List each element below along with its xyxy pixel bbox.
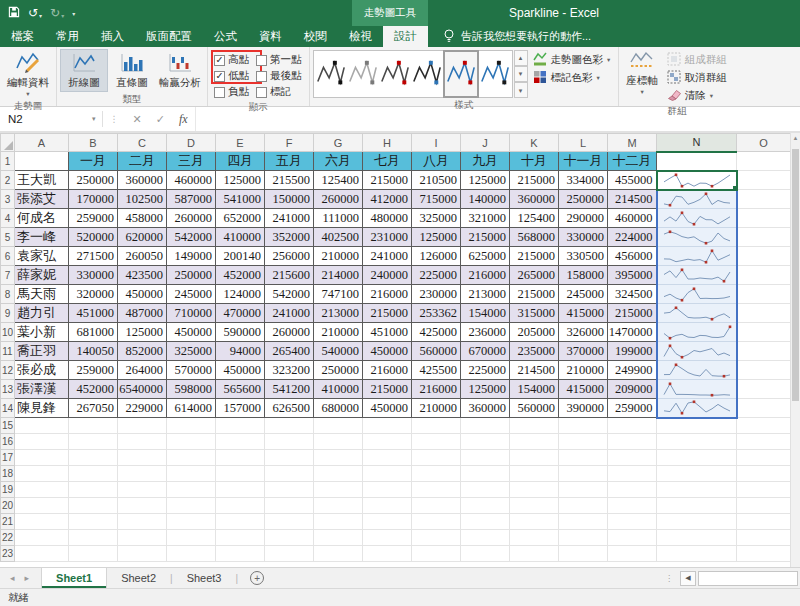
value-cell[interactable]: 260000 (167, 209, 216, 228)
empty-cell[interactable] (608, 546, 657, 562)
value-cell[interactable]: 614000 (167, 399, 216, 418)
empty-cell[interactable] (510, 530, 559, 546)
value-cell[interactable]: 852000 (118, 342, 167, 361)
column-header-H[interactable]: H (363, 134, 412, 152)
value-cell[interactable]: 587000 (167, 190, 216, 209)
value-cell[interactable]: 125000 (461, 380, 510, 399)
checkbox-第一點[interactable]: 第一點 (253, 52, 306, 68)
value-cell[interactable]: 415000 (559, 380, 608, 399)
row-header-3[interactable]: 3 (1, 190, 15, 209)
tab-常用[interactable]: 常用 (45, 26, 90, 47)
value-cell[interactable]: 259000 (69, 361, 118, 380)
color-button-走勢圖色彩[interactable]: 走勢圖色彩▾ (530, 52, 614, 68)
column-header-L[interactable]: L (559, 134, 608, 152)
empty-cell[interactable] (363, 546, 412, 562)
empty-cell[interactable] (510, 514, 559, 530)
vertical-scrollbar-thumb[interactable] (792, 149, 799, 401)
row-header-10[interactable]: 10 (1, 323, 15, 342)
name-cell[interactable]: 何成名 (15, 209, 69, 228)
value-cell[interactable]: 199000 (608, 342, 657, 361)
empty-cell[interactable] (314, 418, 363, 434)
month-header-cell[interactable]: 十月 (510, 152, 559, 171)
checkbox-box-icon[interactable]: ✓ (214, 71, 225, 82)
row-header-18[interactable]: 18 (1, 466, 15, 482)
gallery-more-icon[interactable]: ▾ (514, 82, 528, 98)
month-header-cell[interactable]: 八月 (412, 152, 461, 171)
name-cell[interactable]: 張添艾 (15, 190, 69, 209)
gallery-up-icon[interactable]: ▴ (514, 50, 528, 66)
horizontal-scrollbar[interactable] (698, 571, 798, 586)
value-cell[interactable]: 452000 (216, 266, 265, 285)
cell-N1[interactable] (657, 152, 737, 171)
value-cell[interactable]: 540000 (314, 342, 363, 361)
value-cell[interactable]: 215000 (363, 304, 412, 323)
type-button-直條圖[interactable]: 直條圖 (108, 49, 156, 92)
empty-cell[interactable] (737, 530, 791, 546)
value-cell[interactable]: 625000 (461, 247, 510, 266)
checkbox-box-icon[interactable] (256, 87, 267, 98)
value-cell[interactable]: 256000 (265, 247, 314, 266)
sparkline-cell-N13[interactable] (657, 380, 737, 399)
value-cell[interactable]: 542000 (265, 285, 314, 304)
empty-cell[interactable] (118, 434, 167, 450)
tab-校閱[interactable]: 校閱 (293, 26, 338, 47)
empty-cell[interactable] (559, 482, 608, 498)
sparkline-cell-N14[interactable] (657, 399, 737, 418)
sparkline-cell-N11[interactable] (657, 342, 737, 361)
add-sheet-button[interactable]: + (250, 571, 264, 585)
row-header-13[interactable]: 13 (1, 380, 15, 399)
month-header-cell[interactable]: 十一月 (559, 152, 608, 171)
value-cell[interactable]: 402500 (314, 228, 363, 247)
style-gallery-item-6[interactable] (479, 52, 511, 96)
value-cell[interactable]: 265000 (510, 266, 559, 285)
row-header-6[interactable]: 6 (1, 247, 15, 266)
cell-O7[interactable] (737, 266, 791, 285)
value-cell[interactable]: 330500 (559, 247, 608, 266)
value-cell[interactable]: 320000 (69, 285, 118, 304)
sparkline-cell-N8[interactable] (657, 285, 737, 304)
empty-cell[interactable] (510, 546, 559, 562)
empty-cell[interactable] (265, 482, 314, 498)
empty-cell[interactable] (118, 514, 167, 530)
value-cell[interactable]: 140000 (461, 190, 510, 209)
value-cell[interactable]: 214000 (314, 266, 363, 285)
value-cell[interactable]: 210500 (412, 171, 461, 190)
value-cell[interactable]: 125000 (118, 323, 167, 342)
empty-cell[interactable] (216, 530, 265, 546)
empty-cell[interactable] (657, 498, 737, 514)
empty-cell[interactable] (265, 466, 314, 482)
empty-cell[interactable] (265, 498, 314, 514)
value-cell[interactable]: 460000 (608, 209, 657, 228)
name-box-dropdown-icon[interactable]: ▾ (78, 115, 102, 123)
empty-cell[interactable] (608, 482, 657, 498)
value-cell[interactable]: 229000 (118, 399, 167, 418)
checkbox-box-icon[interactable] (256, 71, 267, 82)
value-cell[interactable]: 215600 (265, 266, 314, 285)
cell-A1[interactable] (15, 152, 69, 171)
empty-cell[interactable] (461, 498, 510, 514)
value-cell[interactable]: 455000 (608, 171, 657, 190)
empty-cell[interactable] (461, 546, 510, 562)
month-header-cell[interactable]: 三月 (167, 152, 216, 171)
value-cell[interactable]: 680000 (314, 399, 363, 418)
tab-檔案[interactable]: 檔案 (0, 26, 45, 47)
empty-cell[interactable] (69, 482, 118, 498)
name-cell[interactable]: 李一峰 (15, 228, 69, 247)
value-cell[interactable]: 541000 (216, 190, 265, 209)
empty-cell[interactable] (69, 450, 118, 466)
column-header-B[interactable]: B (69, 134, 118, 152)
value-cell[interactable]: 214500 (510, 361, 559, 380)
value-cell[interactable]: 210000 (314, 323, 363, 342)
value-cell[interactable]: 321000 (461, 209, 510, 228)
value-cell[interactable]: 215000 (608, 304, 657, 323)
column-header-N[interactable]: N (657, 134, 737, 152)
empty-cell[interactable] (363, 434, 412, 450)
row-header-9[interactable]: 9 (1, 304, 15, 323)
value-cell[interactable]: 231000 (363, 228, 412, 247)
edit-data-button[interactable]: 編輯資料 ▾ (3, 49, 53, 99)
empty-cell[interactable] (15, 546, 69, 562)
name-cell[interactable]: 陳見鋒 (15, 399, 69, 418)
type-button-輸贏分析[interactable]: 輸贏分析 (156, 49, 204, 92)
type-button-折線圖[interactable]: 折線圖 (60, 49, 108, 92)
value-cell[interactable]: 158000 (559, 266, 608, 285)
